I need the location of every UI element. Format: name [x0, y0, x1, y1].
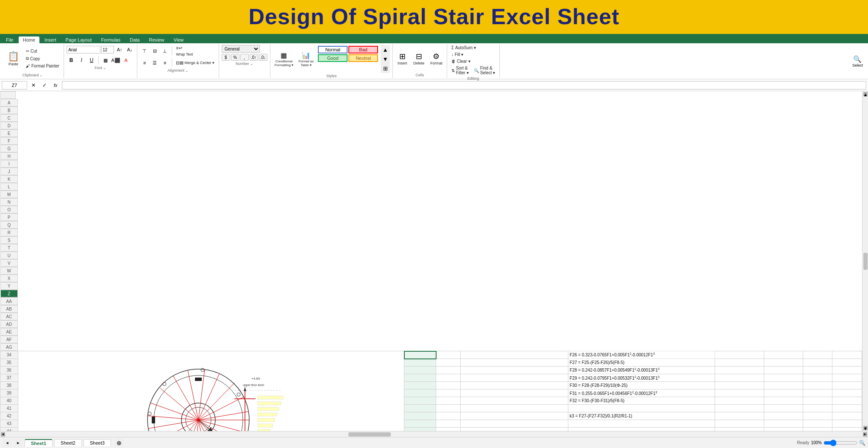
font-name-input[interactable] [67, 46, 100, 53]
col-I[interactable]: I [0, 160, 18, 168]
tab-insert[interactable]: Insert [40, 36, 61, 43]
col-B[interactable]: B [0, 106, 18, 114]
col-A[interactable]: A [0, 99, 18, 106]
col-O[interactable]: O [0, 206, 18, 213]
font-expand-icon[interactable]: ⌄ [103, 66, 106, 70]
format-button[interactable]: ⚙ Format [428, 51, 444, 66]
percent-button[interactable]: % [231, 54, 239, 61]
cell-AG38[interactable] [832, 382, 862, 389]
cell-AE40[interactable] [764, 397, 803, 405]
cell-AB42[interactable] [461, 412, 568, 420]
col-W[interactable]: W [0, 267, 18, 274]
fill-dropdown[interactable]: ▾ [461, 52, 463, 57]
number-format-select[interactable]: General Number Currency Percentage [222, 45, 260, 53]
scroll-up-arrow[interactable]: ▲ [863, 92, 868, 96]
grid-area[interactable]: A B C D E F G H I J K L M [0, 91, 862, 431]
style-bad-cell[interactable]: Bad [348, 46, 378, 53]
vertical-scrollbar[interactable]: ▲ ▼ [862, 91, 868, 431]
cell-AC42[interactable]: k3 = F27-(F27-F32)/0.1(R2/R1-1) [568, 412, 715, 420]
cell-AA41[interactable] [436, 405, 461, 412]
cell-AF35[interactable] [803, 359, 832, 367]
cell-AF36[interactable] [803, 367, 832, 374]
scroll-right-arrow[interactable]: ► [863, 432, 867, 437]
col-H[interactable]: H [0, 152, 18, 160]
find-select-button[interactable]: 🔍 Find &Select ▾ [472, 65, 497, 76]
cell-Z42[interactable] [404, 412, 436, 420]
cell-Z41[interactable] [404, 405, 436, 412]
clipboard-expand-icon[interactable]: ⌄ [39, 73, 43, 77]
cell-AG40[interactable] [832, 397, 862, 405]
col-D[interactable]: D [0, 122, 18, 129]
insert-button[interactable]: ⊞ Insert [395, 51, 409, 66]
zoom-icon[interactable]: 🔍 [859, 440, 865, 446]
clear-button[interactable]: 🗑 Clear ▾ [450, 59, 497, 64]
cell-AC39[interactable]: F31 = 0.255-0.065F1+0.00456F12-0.00012F1… [568, 389, 715, 397]
cell-AD36[interactable] [715, 367, 764, 374]
border-button[interactable]: ▦ [101, 56, 110, 65]
cell-AB36[interactable] [461, 367, 568, 374]
format-as-table-button[interactable]: 📊 Format asTable ▾ [297, 45, 315, 73]
col-V[interactable]: V [0, 259, 18, 267]
scroll-left-arrow[interactable]: ◄ [1, 432, 5, 437]
cell-AC35[interactable]: F27 = F25-(F25-F26)/5(F8-5) [568, 359, 715, 367]
col-U[interactable]: U [0, 252, 18, 259]
cell-AB41[interactable] [461, 405, 568, 412]
font-color-button[interactable]: A [121, 56, 131, 65]
scroll-down-arrow[interactable]: ▼ [863, 426, 868, 430]
col-X[interactable]: X [0, 274, 18, 282]
col-K[interactable]: K [0, 175, 18, 183]
cell-AB38[interactable] [461, 382, 568, 389]
increase-font-button[interactable]: A↑ [115, 45, 124, 54]
delete-button[interactable]: ⊟ Delete [412, 51, 426, 66]
col-J[interactable]: J [0, 168, 18, 175]
merge-center-dropdown-icon[interactable]: ▾ [212, 61, 214, 65]
align-right-button[interactable]: ≡ [160, 58, 170, 67]
col-R[interactable]: R [0, 229, 18, 236]
cell-AB39[interactable] [461, 389, 568, 397]
insert-function-button[interactable]: fx [51, 81, 60, 90]
wrap-text-button[interactable]: ≡↵ Wrap Text [174, 45, 195, 57]
cell-Z37[interactable] [404, 374, 436, 382]
cell-AG39[interactable] [832, 389, 862, 397]
col-P[interactable]: P [0, 213, 18, 221]
cell-AD34[interactable] [715, 351, 764, 359]
cell-AE36[interactable] [764, 367, 803, 374]
clear-dropdown[interactable]: ▾ [468, 59, 470, 64]
cancel-formula-button[interactable]: ✕ [29, 81, 38, 90]
cell-AG35[interactable] [832, 359, 862, 367]
cell-AC38[interactable]: F30 = F28-(F28-F29)/10(Φ-25) [568, 382, 715, 389]
tab-view[interactable]: View [170, 36, 188, 43]
sort-filter-button[interactable]: ⇅ Sort &Filter ▾ [450, 65, 470, 76]
cell-AA39[interactable] [436, 389, 461, 397]
tab-review[interactable]: Review [145, 36, 168, 43]
cell-AA42[interactable] [436, 412, 461, 420]
italic-button[interactable]: I [77, 56, 86, 65]
col-Z[interactable]: Z [0, 290, 18, 297]
col-G[interactable]: G [0, 145, 18, 152]
sheet-tab-2[interactable]: Sheet2 [54, 439, 82, 446]
col-L[interactable]: L [0, 183, 18, 190]
cell-AG42[interactable] [832, 412, 862, 420]
cell-ref-input[interactable] [2, 81, 27, 90]
style-good-cell[interactable]: Good [318, 54, 348, 62]
cell-AD37[interactable] [715, 374, 764, 382]
col-N[interactable]: N [0, 198, 18, 206]
cut-button[interactable]: ✂ Cut [24, 48, 61, 54]
cell-AE37[interactable] [764, 374, 803, 382]
format-painter-button[interactable]: 🖌 Format Painter [24, 63, 61, 69]
cell-Z35[interactable] [404, 359, 436, 367]
cell-Z40[interactable] [404, 397, 436, 405]
autosum-dropdown[interactable]: ▾ [474, 45, 476, 50]
fill-button[interactable]: ↓ Fill ▾ [450, 52, 497, 57]
col-AC[interactable]: AC [0, 313, 18, 320]
col-AF[interactable]: AF [0, 336, 18, 343]
style-normal-cell[interactable]: Normal [318, 46, 348, 53]
cell-AF38[interactable] [803, 382, 832, 389]
cell-AE41[interactable] [764, 405, 803, 412]
align-left-button[interactable]: ≡ [140, 58, 149, 67]
cell-AG37[interactable] [832, 374, 862, 382]
cell-Z38[interactable] [404, 382, 436, 389]
align-middle-button[interactable]: ⊟ [150, 46, 159, 56]
styles-expand[interactable]: ⊞ [381, 64, 390, 73]
cell-AA38[interactable] [436, 382, 461, 389]
